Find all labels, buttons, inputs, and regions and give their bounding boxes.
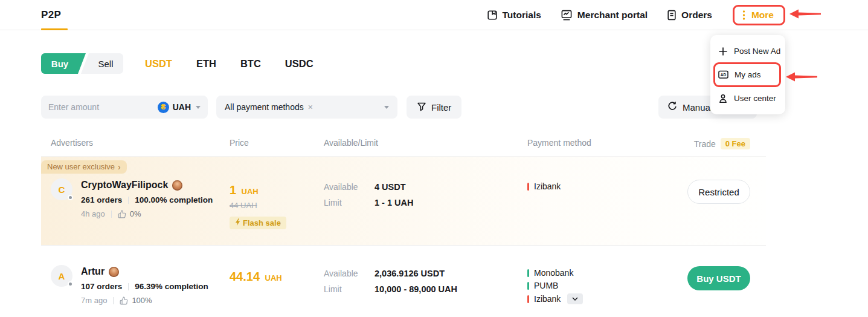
clear-filter-icon[interactable]: × bbox=[308, 102, 313, 112]
avatar[interactable]: A bbox=[51, 265, 72, 287]
price-value: 1 bbox=[230, 183, 236, 197]
price-value: 44.14 bbox=[230, 270, 260, 283]
more-dots-icon bbox=[742, 10, 745, 21]
col-header-trade: Trade 0 Fee bbox=[673, 138, 766, 149]
positive-rating: 0% bbox=[130, 209, 141, 218]
svg-text:AD: AD bbox=[721, 73, 727, 77]
expand-payments-button[interactable] bbox=[567, 293, 583, 304]
menu-item-label: My ads bbox=[735, 70, 761, 79]
limit-value: 1 - 1 UAH bbox=[375, 198, 413, 208]
completion-rate: 100.00% completion bbox=[135, 195, 213, 204]
medal-icon bbox=[109, 267, 119, 277]
available-value: 4 USDT bbox=[375, 182, 406, 192]
filter-button[interactable]: Filter bbox=[407, 96, 461, 119]
menu-item-post-new-ad[interactable]: Post New Ad bbox=[710, 39, 785, 63]
top-bar: P2P Tutorials Merchant portal Orders bbox=[0, 0, 868, 30]
avatar-letter: A bbox=[59, 271, 65, 281]
nav-more-label: More bbox=[751, 10, 774, 21]
filter-button-label: Filter bbox=[431, 102, 451, 113]
menu-item-user-center[interactable]: User center bbox=[710, 87, 785, 110]
top-navigation: Tutorials Merchant portal Orders bbox=[487, 0, 785, 30]
tab-coin-usdt[interactable]: USDT bbox=[145, 58, 172, 70]
limit-label: Limit bbox=[324, 198, 375, 208]
zero-fee-badge: 0 Fee bbox=[721, 138, 750, 149]
buy-usdt-button[interactable]: Buy USDT bbox=[687, 266, 750, 290]
nav-tutorials[interactable]: Tutorials bbox=[487, 10, 541, 21]
offer-row: New user exclusive › C CryptoWayFilipock bbox=[41, 156, 766, 246]
col-header-price: Price bbox=[220, 138, 314, 149]
flash-sale-label: Flash sale bbox=[243, 218, 281, 227]
new-user-banner[interactable]: New user exclusive › bbox=[41, 160, 127, 174]
tutorials-icon bbox=[487, 10, 498, 21]
funnel-icon bbox=[417, 102, 426, 113]
col-header-trade-label: Trade bbox=[694, 139, 716, 149]
plus-icon bbox=[718, 47, 728, 56]
col-header-payment-method: Payment method bbox=[518, 138, 673, 149]
flash-sale-badge: Flash sale bbox=[230, 217, 286, 229]
status-dot bbox=[68, 281, 73, 287]
more-dropdown-menu: Post New Ad AD My ads User center bbox=[710, 35, 785, 114]
payment-method-select-label: All payment methods bbox=[225, 102, 304, 112]
avatar-letter: C bbox=[59, 185, 65, 195]
chevron-down-icon bbox=[196, 106, 201, 109]
offer-row: A Artur 107 orders 96.39% completion bbox=[41, 246, 766, 317]
col-header-advertisers: Advertisers bbox=[41, 138, 220, 149]
nav-orders-label: Orders bbox=[681, 10, 712, 21]
fiat-currency-label: UAH bbox=[173, 102, 191, 112]
refresh-mode-label: Manual bbox=[683, 102, 712, 113]
tab-buy[interactable]: Buy bbox=[41, 53, 86, 74]
divider bbox=[128, 283, 129, 290]
active-tab-indicator bbox=[41, 28, 68, 30]
payment-color-bar bbox=[527, 295, 529, 303]
refresh-icon bbox=[667, 101, 677, 113]
new-user-banner-label: New user exclusive bbox=[47, 162, 115, 171]
available-label: Available bbox=[324, 182, 375, 192]
payment-method: Izibank bbox=[527, 181, 673, 191]
payment-method: Izibank bbox=[527, 293, 673, 304]
offer-price: 44.14 UAH bbox=[230, 270, 314, 284]
nav-more[interactable]: More bbox=[742, 10, 774, 21]
payment-method: Monobank bbox=[527, 268, 673, 278]
divider bbox=[111, 211, 112, 218]
payment-name: Izibank bbox=[534, 181, 561, 191]
user-icon bbox=[718, 94, 728, 103]
limit-value: 10,000 - 89,000 UAH bbox=[375, 284, 457, 294]
tab-coin-eth[interactable]: ETH bbox=[196, 58, 216, 70]
nav-tutorials-label: Tutorials bbox=[503, 10, 541, 21]
advertiser-name[interactable]: Artur bbox=[81, 266, 104, 277]
amount-input[interactable] bbox=[48, 102, 158, 112]
merchant-portal-icon bbox=[561, 10, 573, 21]
payment-method-select[interactable]: All payment methods × bbox=[216, 96, 397, 119]
divider bbox=[113, 297, 114, 304]
orders-count: 107 orders bbox=[81, 282, 122, 291]
nav-orders[interactable]: Orders bbox=[667, 10, 712, 21]
nav-merchant-portal[interactable]: Merchant portal bbox=[561, 10, 648, 21]
payment-color-bar bbox=[527, 269, 529, 277]
amount-filter: ₴ UAH bbox=[41, 96, 208, 119]
payment-name: Monobank bbox=[534, 268, 573, 278]
advertiser-name[interactable]: CryptoWayFilipock bbox=[81, 180, 168, 191]
payment-color-bar bbox=[527, 183, 529, 191]
payment-name: Izibank bbox=[534, 294, 561, 304]
menu-item-label: Post New Ad bbox=[734, 47, 780, 56]
status-dot bbox=[68, 195, 73, 200]
annotation-box-more: More bbox=[733, 5, 785, 25]
menu-item-my-ads[interactable]: AD My ads bbox=[710, 63, 785, 87]
coin-tabs: USDT ETH BTC USDC bbox=[145, 53, 313, 74]
fiat-currency-select[interactable]: ₴ UAH bbox=[158, 102, 201, 113]
price-currency: UAH bbox=[265, 273, 282, 283]
payment-name: PUMB bbox=[534, 281, 558, 290]
tab-sell[interactable]: Sell bbox=[81, 53, 123, 74]
thumbs-up-icon bbox=[120, 296, 128, 305]
tab-coin-usdc[interactable]: USDC bbox=[285, 58, 313, 70]
restricted-button[interactable]: Restricted bbox=[687, 180, 750, 204]
buy-sell-toggle: Buy Sell bbox=[41, 53, 123, 74]
thumbs-up-icon bbox=[118, 210, 126, 218]
lightning-icon bbox=[235, 218, 240, 227]
p2p-page: P2P Tutorials Merchant portal Orders bbox=[0, 0, 868, 317]
hryvnia-coin-icon: ₴ bbox=[158, 102, 169, 113]
chevron-right-icon: › bbox=[118, 163, 121, 171]
avatar[interactable]: C bbox=[51, 178, 72, 200]
tab-coin-btc[interactable]: BTC bbox=[240, 58, 261, 70]
col-header-available-limit: Available/Limit bbox=[314, 138, 518, 149]
